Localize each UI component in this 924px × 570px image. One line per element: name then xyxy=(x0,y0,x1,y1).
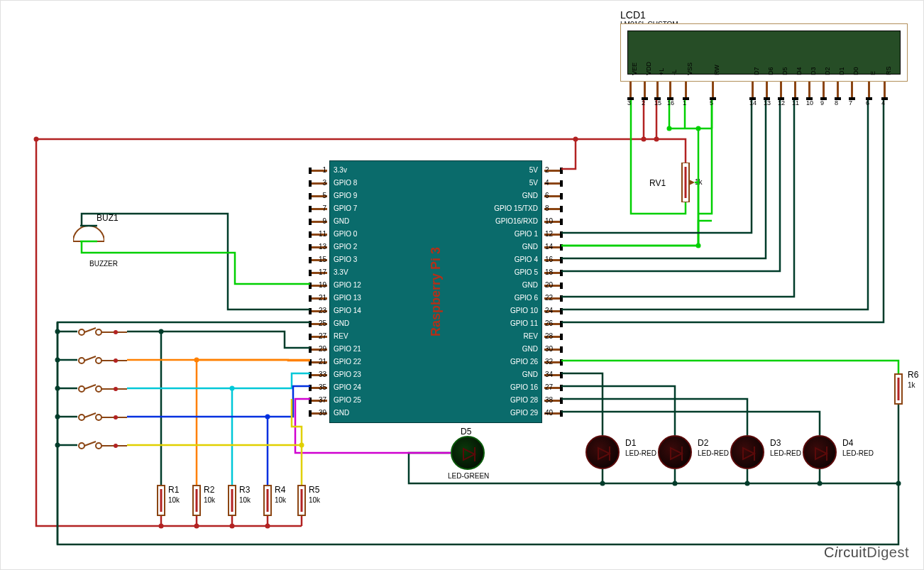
led-red xyxy=(585,435,620,469)
rpi-pinnum: 28 xyxy=(545,332,553,340)
rpi-pinnum: 22 xyxy=(545,294,553,302)
lcd-ref: LCD1 xyxy=(620,9,646,21)
led-red xyxy=(730,435,764,469)
svg-point-70 xyxy=(265,524,270,529)
resistor xyxy=(192,485,201,516)
lcd-pin-num: 5 xyxy=(710,99,713,106)
rpi-pinname: GPIO 15/TXD xyxy=(494,204,538,212)
push-button xyxy=(77,354,127,367)
rpi-pinname: GND xyxy=(522,243,538,251)
rpi-pinnum: 16 xyxy=(545,256,553,263)
led-type: LED-RED xyxy=(842,449,874,457)
rpi-pinname: GPIO16/RXD xyxy=(495,217,538,225)
rpi-pinname: 5V xyxy=(529,166,538,174)
lcd-pin xyxy=(629,82,632,97)
rpi-pinname: GPIO 2 xyxy=(334,243,357,251)
svg-point-81 xyxy=(230,386,235,391)
lcd-pin-label: VEE xyxy=(631,62,638,75)
resistor xyxy=(157,485,165,516)
svg-point-11 xyxy=(96,386,101,392)
res-ref: R3 xyxy=(239,485,250,495)
svg-point-72 xyxy=(696,126,701,131)
rpi-pinname: GPIO 14 xyxy=(334,307,361,314)
lcd-pin-num: 3 xyxy=(627,99,631,106)
svg-point-20 xyxy=(79,443,84,449)
svg-point-19 xyxy=(114,415,118,420)
svg-point-64 xyxy=(642,137,647,142)
lcd-pin-label: D5 xyxy=(781,67,788,75)
rpi-pinnum: 21 xyxy=(319,294,326,302)
lcd-pin-num: 10 xyxy=(806,99,813,106)
svg-point-67 xyxy=(159,524,164,529)
rpi-pinname: GPIO 25 xyxy=(334,396,361,404)
svg-line-8 xyxy=(84,356,96,361)
svg-point-79 xyxy=(159,329,164,334)
rv1-ref: RV1 xyxy=(649,178,666,188)
rpi-pinnum: 17 xyxy=(319,268,326,276)
r6-ref: R6 xyxy=(908,370,918,380)
lcd-pin-num: 16 xyxy=(667,99,674,106)
rpi-pinname: REV xyxy=(523,332,538,340)
lcd-pin-num: 6 xyxy=(866,99,869,106)
rpi-pinname: GPIO 23 xyxy=(334,371,361,378)
svg-point-4 xyxy=(114,330,118,334)
lcd-pin-num: 11 xyxy=(792,99,799,106)
rpi-pinname: GPIO 16 xyxy=(510,383,538,391)
rpi-pinnum: 19 xyxy=(319,281,326,289)
svg-point-74 xyxy=(55,329,60,334)
led-red xyxy=(658,435,692,469)
svg-point-71 xyxy=(696,243,701,248)
lcd-pin xyxy=(868,82,870,97)
rpi-pinname: 3.3v xyxy=(334,166,347,174)
lcd-pin xyxy=(669,82,671,97)
svg-point-76 xyxy=(55,386,60,391)
lcd-pin-label: -L xyxy=(671,70,678,75)
res-ref: R2 xyxy=(204,485,214,495)
rpi-pinnum: 2 xyxy=(545,166,549,174)
svg-point-24 xyxy=(114,444,118,448)
rpi-pinname: GPIO 4 xyxy=(515,256,538,263)
d5-ref: D5 xyxy=(461,427,471,437)
rpi-pinnum: 14 xyxy=(545,243,553,251)
rpi-pinnum: 11 xyxy=(319,230,326,238)
rpi-pinnum: 29 xyxy=(319,345,326,353)
lcd-pin-label: VSS xyxy=(686,62,693,75)
rpi-pinnum: 23 xyxy=(319,307,326,314)
resistor-r6 xyxy=(894,373,903,405)
lcd-pin-label: D7 xyxy=(753,67,760,75)
svg-point-0 xyxy=(79,329,84,335)
push-button xyxy=(77,326,127,339)
push-button xyxy=(77,439,127,452)
rpi-pinname: GPIO 10 xyxy=(510,307,538,314)
rpi-pinname: 5V xyxy=(529,179,538,187)
rpi-pinname: GPIO 11 xyxy=(510,319,538,327)
svg-point-9 xyxy=(114,358,118,363)
lcd-pin-label: D1 xyxy=(838,67,845,75)
buzzer-type: BUZZER xyxy=(89,260,118,268)
svg-point-16 xyxy=(96,415,101,420)
rpi-pinname: GND xyxy=(522,371,538,378)
rpi-pinnum: 7 xyxy=(322,204,326,212)
rpi-pinname: GPIO 5 xyxy=(515,268,538,276)
lcd-pin xyxy=(644,82,646,97)
rpi-pinnum: 6 xyxy=(545,192,549,199)
svg-point-10 xyxy=(79,386,84,392)
rpi-pinname: GND xyxy=(334,319,349,327)
svg-point-65 xyxy=(654,137,659,142)
lcd-pin-label: RW xyxy=(713,65,720,75)
rpi-label: Raspberry Pi 3 xyxy=(429,247,444,336)
res-val: 10k xyxy=(168,496,180,504)
buzzer-ref: BUZ1 xyxy=(97,213,119,223)
rpi-pinname: REV xyxy=(334,332,348,340)
svg-point-21 xyxy=(96,443,101,449)
rpi-pinname: GPIO 28 xyxy=(510,396,538,404)
rpi-pinnum: 5 xyxy=(322,192,326,199)
lcd-pin xyxy=(780,82,782,97)
led-type: LED-RED xyxy=(698,449,729,457)
rpi-pinname: GND xyxy=(334,217,349,225)
lcd-pin xyxy=(766,82,768,97)
lcd-pin xyxy=(656,82,659,97)
res-ref: R1 xyxy=(168,485,179,495)
d5-type: LED-GREEN xyxy=(448,472,489,480)
svg-point-86 xyxy=(745,481,750,486)
